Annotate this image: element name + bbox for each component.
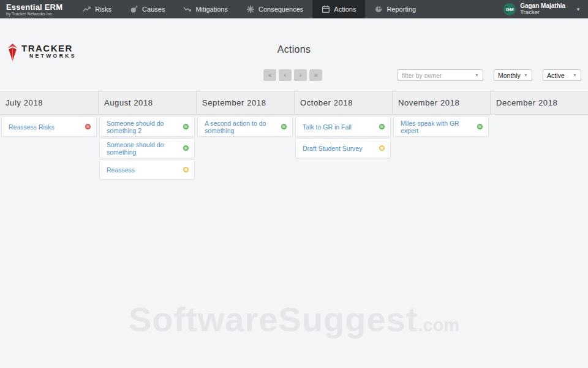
nav-item-reporting[interactable]: Reporting — [365, 0, 425, 18]
status-yellow-icon — [183, 167, 189, 172]
action-card[interactable]: Talk to GR in Fall — [295, 117, 391, 137]
month-header: October 2018 — [294, 91, 392, 115]
pager-last-button[interactable]: » — [309, 69, 322, 81]
period-select[interactable]: Monthly ▼ — [494, 69, 532, 81]
nav-item-mitigations[interactable]: Mitigations — [174, 0, 237, 18]
action-card-title: Someone should do something 2 — [107, 120, 176, 134]
action-card-title: Draft Student Survey — [303, 145, 362, 152]
main-nav: RisksCausesMitigationsConsequencesAction… — [74, 0, 425, 18]
nav-item-causes[interactable]: Causes — [121, 0, 174, 18]
monthly-actions-board: July 2018Reassess RisksAugust 2018Someon… — [0, 91, 588, 181]
month-column: December 2018 — [490, 91, 588, 181]
action-card-title: Miles speak with GR expert — [401, 120, 470, 134]
month-header: September 2018 — [196, 91, 294, 115]
watermark: SoftwareSuggest.com — [0, 299, 588, 339]
calendar-icon — [322, 5, 330, 13]
nav-item-label: Risks — [95, 6, 111, 13]
filter-controls: filter by owner ▼ Monthly ▼ Active ▼ — [398, 69, 581, 81]
action-card-title: Talk to GR in Fall — [303, 123, 352, 131]
trend-down-icon — [183, 5, 192, 13]
month-card-list: Talk to GR in FallDraft Student Survey — [294, 115, 392, 158]
month-column: July 2018Reassess Risks — [0, 91, 98, 181]
nav-item-consequences[interactable]: Consequences — [237, 0, 312, 18]
month-header: August 2018 — [98, 91, 196, 115]
month-card-list — [490, 115, 588, 117]
action-card[interactable]: Reassess Risks — [1, 117, 97, 137]
action-card[interactable]: Someone should do something 2 — [99, 117, 195, 137]
month-column: September 2018A second action to do some… — [196, 91, 294, 181]
chevron-down-icon: ▼ — [573, 73, 577, 77]
month-header: December 2018 — [490, 91, 588, 115]
nav-item-label: Actions — [334, 6, 356, 13]
pie-chart-icon — [374, 5, 383, 13]
app-title: Essential ERM — [6, 3, 62, 12]
avatar: GM — [503, 3, 516, 15]
app-subtitle: by Tracker Networks Inc. — [6, 12, 62, 17]
owner-filter-value: filter by owner — [402, 72, 442, 79]
chevron-down-icon: ▼ — [475, 73, 479, 77]
period-value: Monthly — [498, 72, 521, 79]
action-card-title: Reassess — [107, 166, 135, 174]
action-card[interactable]: A second action to do something — [197, 117, 293, 137]
nav-item-label: Reporting — [386, 6, 416, 13]
watermark-suffix: .com — [418, 315, 459, 335]
status-red-icon — [85, 124, 91, 129]
month-header: November 2018 — [392, 91, 490, 115]
nav-item-risks[interactable]: Risks — [74, 0, 121, 18]
pager-previous-button[interactable]: ‹ — [279, 69, 292, 81]
action-card[interactable]: Draft Student Survey — [295, 138, 391, 158]
action-card-title: A second action to do something — [205, 120, 274, 134]
status-green-icon — [379, 124, 385, 129]
top-navigation-bar: Essential ERM by Tracker Networks Inc. R… — [0, 0, 588, 18]
status-select[interactable]: Active ▼ — [543, 69, 581, 81]
actions-page: TRACKER NETWORKS Actions «‹›» filter by … — [0, 18, 588, 368]
action-card-title: Someone should do something — [107, 141, 176, 156]
action-card[interactable]: Miles speak with GR expert — [393, 117, 489, 137]
action-card[interactable]: Someone should do something — [99, 138, 195, 158]
page-title: Actions — [0, 44, 588, 55]
watermark-main: SoftwareSuggest — [129, 300, 418, 339]
status-yellow-icon — [379, 145, 385, 151]
user-menu[interactable]: GM Gagan Majathia Tracker ▼ — [503, 0, 588, 18]
nav-item-label: Mitigations — [195, 6, 228, 13]
chevron-down-icon: ▼ — [524, 73, 528, 77]
pager-next-button[interactable]: › — [294, 69, 307, 81]
nav-item-actions[interactable]: Actions — [312, 0, 365, 18]
burst-icon — [246, 5, 255, 13]
status-green-icon — [281, 124, 287, 129]
user-org: Tracker — [520, 9, 565, 15]
month-card-list: Reassess Risks — [0, 115, 98, 137]
month-card-list: Miles speak with GR expert — [392, 115, 490, 137]
month-column: October 2018Talk to GR in FallDraft Stud… — [294, 91, 392, 181]
nav-item-label: Causes — [142, 6, 165, 13]
month-card-list: A second action to do something — [196, 115, 294, 137]
bomb-icon — [130, 5, 138, 13]
nav-item-label: Consequences — [258, 6, 303, 13]
owner-filter-select[interactable]: filter by owner ▼ — [398, 69, 483, 81]
month-column: November 2018Miles speak with GR expert — [392, 91, 490, 181]
month-column: August 2018Someone should do something 2… — [98, 91, 196, 181]
trend-up-icon — [83, 5, 91, 13]
action-card[interactable]: Reassess — [99, 159, 195, 180]
app-brand: Essential ERM by Tracker Networks Inc. — [0, 0, 69, 18]
status-green-icon — [183, 124, 189, 129]
chevron-down-icon: ▼ — [576, 7, 581, 12]
status-green-icon — [183, 145, 189, 151]
action-card-title: Reassess Risks — [9, 123, 55, 131]
pagination-controls: «‹›» — [263, 69, 322, 81]
status-green-icon — [477, 124, 483, 129]
month-card-list: Someone should do something 2Someone sho… — [98, 115, 196, 180]
pager-first-button[interactable]: « — [263, 69, 276, 81]
status-value: Active — [547, 72, 565, 79]
month-header: July 2018 — [0, 91, 98, 115]
